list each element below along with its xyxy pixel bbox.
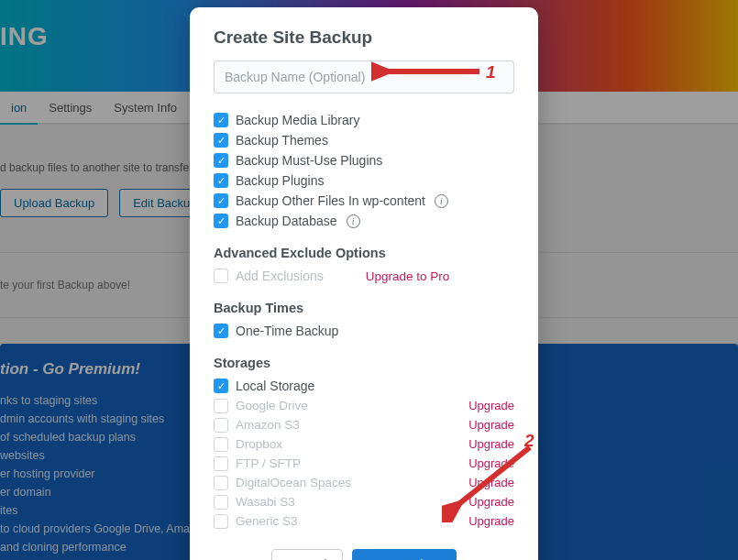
storage-label: Generic S3	[236, 514, 355, 528]
upgrade-link[interactable]: Upgrade	[468, 437, 514, 451]
storage-label: FTP / SFTP	[236, 456, 355, 470]
option-label: Backup Database	[236, 214, 337, 228]
upgrade-link[interactable]: Upgrade	[468, 399, 514, 412]
storages-heading: Storages	[214, 356, 514, 370]
upgrade-link[interactable]: Upgrade	[468, 476, 514, 489]
annotation-number-1: 1	[486, 62, 496, 82]
storage-label: Google Drive	[236, 399, 355, 412]
option-database[interactable]: ✓ Backup Database i	[214, 211, 514, 231]
checkbox-icon: ✓	[214, 214, 228, 228]
storage-amazon-s3: Amazon S3Upgrade	[214, 415, 514, 434]
info-icon[interactable]: i	[347, 214, 360, 228]
backup-name-input[interactable]	[214, 60, 514, 93]
checkbox-icon: ✓	[214, 153, 228, 168]
cancel-button[interactable]: Cancel	[271, 549, 343, 560]
option-media-library[interactable]: ✓ Backup Media Library	[214, 110, 514, 130]
storage-ftp-sftp: FTP / SFTPUpgrade	[214, 454, 514, 473]
checkbox-icon	[214, 418, 228, 433]
storage-label: Dropbox	[236, 437, 355, 451]
checkbox-icon: ✓	[214, 133, 228, 148]
storage-dropbox: DropboxUpgrade	[214, 434, 514, 454]
create-backup-modal: Create Site Backup ✓ Backup Media Librar…	[190, 7, 538, 560]
add-exclusions-label: Add Exclusions	[236, 269, 324, 283]
option-plugins[interactable]: ✓ Backup Plugins	[214, 170, 514, 191]
checkbox-icon: ✓	[214, 193, 228, 208]
option-must-use-plugins[interactable]: ✓ Backup Must-Use Plugins	[214, 150, 514, 170]
info-icon[interactable]: i	[435, 194, 448, 208]
option-other-files[interactable]: ✓ Backup Other Files In wp-content i	[214, 191, 514, 211]
advanced-heading: Advanced Exclude Options	[214, 246, 514, 260]
storage-label: DigitalOcean Spaces	[236, 476, 355, 489]
option-label: One-Time Backup	[236, 324, 338, 338]
checkbox-icon	[214, 495, 228, 510]
storage-label: Wasabi S3	[236, 495, 355, 509]
option-themes[interactable]: ✓ Backup Themes	[214, 130, 514, 150]
storage-digitalocean-spaces: DigitalOcean SpacesUpgrade	[214, 473, 514, 492]
add-exclusions-row: Add Exclusions Upgrade to Pro	[214, 266, 514, 286]
checkbox-icon	[214, 476, 228, 490]
storage-local[interactable]: ✓ Local Storage	[214, 376, 514, 396]
upgrade-to-pro-link[interactable]: Upgrade to Pro	[366, 269, 450, 283]
option-label: Backup Other Files In wp-content	[236, 193, 425, 208]
upgrade-link[interactable]: Upgrade	[468, 418, 514, 432]
checkbox-icon: ✓	[214, 379, 228, 393]
checkbox-icon	[214, 456, 228, 471]
annotation-number-2: 2	[524, 431, 534, 451]
option-label: Backup Must-Use Plugins	[236, 153, 382, 168]
upgrade-link[interactable]: Upgrade	[468, 495, 514, 509]
option-label: Backup Plugins	[236, 173, 325, 188]
modal-actions: Cancel Start Backup	[214, 549, 514, 560]
checkbox-icon	[214, 437, 228, 452]
checkbox-icon	[214, 514, 228, 529]
storage-label: Local Storage	[236, 379, 314, 393]
option-label: Backup Media Library	[236, 113, 359, 127]
checkbox-icon: ✓	[214, 324, 228, 338]
modal-title: Create Site Backup	[214, 27, 514, 48]
upgrade-link[interactable]: Upgrade	[468, 456, 514, 470]
one-time-backup-option[interactable]: ✓ One-Time Backup	[214, 321, 514, 341]
option-label: Backup Themes	[236, 133, 328, 148]
checkbox-icon: ✓	[214, 173, 228, 188]
storage-google-drive: Google DriveUpgrade	[214, 396, 514, 415]
storage-label: Amazon S3	[236, 418, 355, 432]
checkbox-icon	[214, 399, 228, 413]
backup-times-heading: Backup Times	[214, 301, 514, 315]
storage-wasabi-s3: Wasabi S3Upgrade	[214, 492, 514, 511]
start-backup-button[interactable]: Start Backup	[352, 549, 457, 560]
checkbox-icon: ✓	[214, 113, 228, 127]
storage-generic-s3: Generic S3Upgrade	[214, 511, 514, 531]
upgrade-link[interactable]: Upgrade	[468, 514, 514, 528]
checkbox-icon	[214, 269, 228, 283]
